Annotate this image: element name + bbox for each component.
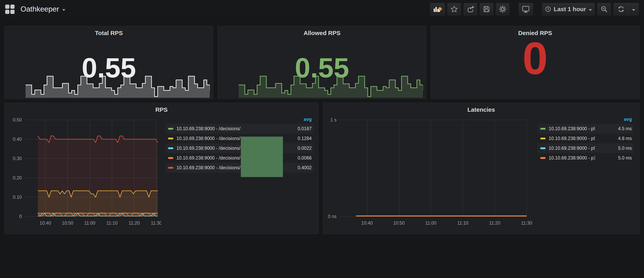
latency-chart-plot-area[interactable]: 0 ns1 s10:4010:5011:0011:1011:2011:30 xyxy=(326,114,542,230)
series-label[interactable]: 10.10.69.238:9000 - p90 xyxy=(549,126,595,131)
share-button[interactable] xyxy=(464,3,477,15)
y-axis-tick-label: 0.30 xyxy=(13,156,22,161)
x-axis-tick-label: 11:00 xyxy=(425,221,436,226)
series-color-swatch[interactable] xyxy=(168,128,173,130)
settings-button[interactable] xyxy=(496,3,510,15)
x-axis-tick-label: 10:50 xyxy=(393,221,405,226)
refresh-button[interactable] xyxy=(614,3,628,15)
y-axis-tick-label: 0.20 xyxy=(13,175,22,180)
legend-row[interactable]: 10.10.69.238:9000 - p90 4.5 ms xyxy=(538,124,634,134)
save-button[interactable] xyxy=(480,3,493,15)
tv-mode-icon xyxy=(522,5,530,13)
stat-value: 0 xyxy=(431,36,640,81)
dashboard-title-dropdown[interactable]: Oathkeeper xyxy=(20,5,66,13)
zoom-out-button[interactable] xyxy=(597,3,611,15)
grid-square xyxy=(10,4,14,9)
legend-row[interactable]: 10.10.69.238:9000 - p99 5.0 ms xyxy=(538,143,634,153)
green-redaction-overlay xyxy=(241,137,283,177)
rps-legend: avg 10.10.69.238:9000 - /decisions/ 0.01… xyxy=(165,116,313,173)
series-label[interactable]: 10.10.69.238:9000 - p99 xyxy=(549,146,595,151)
rps-chart-svg: 00.100.200.300.400.5010:4010:5011:0011:1… xyxy=(8,114,161,229)
y-axis-tick-label: 0.10 xyxy=(13,195,22,200)
stat-value: 0.55 xyxy=(218,54,426,82)
panel-title[interactable]: Total RPS xyxy=(4,30,213,36)
series-avg-value: 5.0 ms xyxy=(595,146,632,151)
series-label[interactable]: 10.10.69.238:9000 - /decisions/ xyxy=(176,126,275,131)
x-axis-tick-label: 11:30 xyxy=(521,221,532,226)
series-color-swatch[interactable] xyxy=(168,138,173,139)
y-axis-tick-label: 0.40 xyxy=(13,137,22,142)
star-icon xyxy=(450,5,458,13)
legend-row[interactable]: 10.10.69.238:9000 - /decisions/ 0.4002 xyxy=(165,163,313,173)
panel-denied-rps: Denied RPS 0 xyxy=(431,26,640,99)
tv-mode-button[interactable] xyxy=(518,3,533,15)
grid-square xyxy=(5,10,9,14)
star-button[interactable] xyxy=(448,3,461,15)
panel-latencies: Latencies 0 ns1 s10:4010:5011:0011:1011:… xyxy=(323,103,640,234)
panel-title[interactable]: Allowed RPS xyxy=(218,30,426,36)
x-axis-tick-label: 11:20 xyxy=(128,221,140,226)
x-axis-tick-label: 11:10 xyxy=(457,221,468,226)
legend-row[interactable]: 10.10.69.238:9000 - /decisions/ 0.0167 xyxy=(165,124,313,134)
stat-value: 0.55 xyxy=(4,54,213,82)
y-axis-tick-label: 0 xyxy=(19,214,22,219)
graph-row: RPS 00.100.200.300.400.5010:4010:5011:00… xyxy=(4,103,640,234)
x-axis-tick-label: 10:50 xyxy=(62,221,73,226)
y-axis-tick-label: 1 s xyxy=(330,117,336,122)
series-avg-value: 4.5 ms xyxy=(595,126,632,131)
legend-row[interactable]: 10.10.69.238:9000 - /decisions/ 0.0022 xyxy=(165,143,313,153)
legend-avg-header[interactable]: avg xyxy=(538,116,634,124)
latency-chart-svg: 0 ns1 s10:4010:5011:0011:1011:2011:30 xyxy=(326,114,542,229)
legend-row[interactable]: 10.10.69.238:9000 - /decisions/ 0.0066 xyxy=(165,153,313,163)
legend-avg-header[interactable]: avg xyxy=(165,116,313,124)
rps-chart-plot-area[interactable]: 00.100.200.300.400.5010:4010:5011:0011:1… xyxy=(8,114,161,230)
add-graph-panel-icon xyxy=(433,5,442,13)
chevron-down-icon xyxy=(62,9,66,11)
series-color-swatch[interactable] xyxy=(540,147,546,149)
panel-title[interactable]: Denied RPS xyxy=(431,30,640,36)
settings-gear-icon xyxy=(499,5,507,13)
stat-row: Total RPS 0.55 Allowed RPS 0.55 Denied R… xyxy=(4,26,640,99)
series-color-swatch[interactable] xyxy=(168,157,173,159)
save-icon xyxy=(482,5,490,13)
legend-row[interactable]: 10.10.69.238:9000 - p100 5.0 ms xyxy=(538,153,634,163)
x-axis-tick-label: 11:00 xyxy=(84,221,95,226)
series-avg-value: 4.8 ms xyxy=(595,136,632,141)
toolbar: Last 1 hour xyxy=(430,3,639,15)
legend-row[interactable]: 10.10.69.238:9000 - p95 4.8 ms xyxy=(538,134,634,143)
apps-grid-icon[interactable] xyxy=(5,4,14,14)
series-color-swatch[interactable] xyxy=(540,138,546,139)
series-label[interactable]: 10.10.69.238:9000 - p95 xyxy=(549,136,595,141)
series-label[interactable]: 10.10.69.238:9000 - p100 xyxy=(549,155,595,161)
chevron-down-icon xyxy=(632,9,635,11)
y-axis-tick-label: 0 ns xyxy=(328,214,336,219)
grid-square xyxy=(5,4,9,9)
series-color-swatch[interactable] xyxy=(540,157,546,159)
panel-allowed-rps: Allowed RPS 0.55 xyxy=(218,26,426,99)
series-color-swatch[interactable] xyxy=(168,147,173,149)
add-panel-button[interactable] xyxy=(430,3,445,15)
x-axis-tick-label: 11:30 xyxy=(151,221,161,226)
latency-legend: avg 10.10.69.238:9000 - p90 4.5 ms 10.10… xyxy=(538,116,634,163)
refresh-button-group xyxy=(614,3,639,15)
panel-title[interactable]: Latencies xyxy=(323,106,640,113)
refresh-icon xyxy=(617,5,625,13)
series-avg-value: 5.0 ms xyxy=(595,155,632,161)
x-axis-tick-label: 11:10 xyxy=(106,221,118,226)
chevron-down-icon xyxy=(589,9,592,11)
x-axis-tick-label: 10:40 xyxy=(361,221,373,226)
y-axis-tick-label: 0.50 xyxy=(13,117,22,122)
time-range-picker[interactable]: Last 1 hour xyxy=(542,3,595,15)
panel-rps: RPS 00.100.200.300.400.5010:4010:5011:00… xyxy=(4,103,318,234)
series-color-swatch[interactable] xyxy=(540,128,546,130)
time-range-label: Last 1 hour xyxy=(554,6,586,12)
series-avg-value: 0.0167 xyxy=(275,126,312,131)
x-axis-tick-label: 11:20 xyxy=(489,221,500,226)
series-color-swatch[interactable] xyxy=(168,167,173,169)
refresh-interval-dropdown[interactable] xyxy=(629,3,638,15)
panel-title[interactable]: RPS xyxy=(4,106,318,113)
legend-row[interactable]: 10.10.69.238:9000 - /decisions/ 0.1284 xyxy=(165,134,313,143)
grid-square xyxy=(10,10,14,14)
dashboard-title: Oathkeeper xyxy=(20,5,59,13)
zoom-out-icon xyxy=(600,5,608,13)
